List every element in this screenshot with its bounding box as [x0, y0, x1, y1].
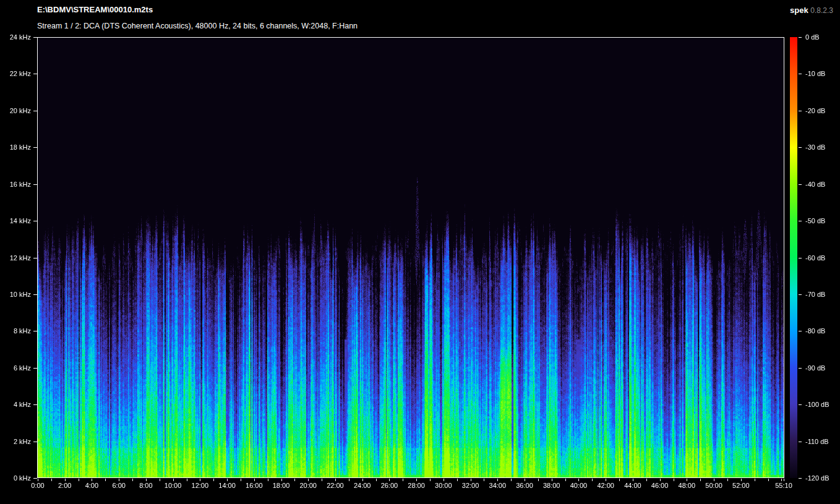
db-tick-label: -40 dB: [805, 181, 825, 189]
time-tick: [687, 479, 687, 481]
freq-tick-label: 8 kHz: [0, 327, 31, 335]
freq-tick-label: 14 kHz: [0, 217, 31, 225]
time-tick: [349, 479, 349, 481]
time-tick: [511, 479, 512, 481]
time-tick: [416, 479, 417, 481]
time-tick: [497, 479, 498, 481]
time-tick: [619, 479, 620, 481]
time-tick: [268, 479, 268, 481]
freq-tick: [33, 331, 37, 331]
time-tick: [132, 479, 133, 481]
freq-tick-label: 4 kHz: [0, 401, 31, 409]
time-tick: [160, 479, 160, 481]
time-tick: [105, 479, 106, 481]
time-tick: [92, 479, 92, 481]
db-tick-label: -20 dB: [805, 107, 825, 115]
time-tick: [119, 479, 119, 481]
freq-tick: [33, 442, 37, 442]
time-tick: [727, 479, 728, 481]
db-tick: [799, 442, 802, 442]
time-tick: [565, 479, 566, 481]
freq-tick: [33, 368, 37, 369]
time-tick: [335, 479, 336, 481]
time-tick: [660, 479, 661, 481]
freq-tick: [33, 478, 37, 479]
time-tick: [254, 479, 255, 481]
time-tick-label: 52:00: [724, 482, 758, 490]
db-tick: [799, 478, 802, 479]
db-tick-label: -80 dB: [805, 327, 825, 335]
db-tick-label: -30 dB: [805, 143, 825, 152]
freq-tick: [33, 37, 37, 38]
db-tick: [799, 111, 802, 111]
db-tick-label: -60 dB: [805, 254, 825, 262]
db-tick-label: -50 dB: [805, 217, 825, 225]
db-tick-label: -120 dB: [805, 474, 829, 482]
time-tick: [578, 479, 579, 481]
time-tick: [65, 479, 66, 481]
time-tick: [227, 479, 228, 481]
db-tick: [799, 74, 802, 74]
time-tick: [308, 479, 309, 481]
db-tick: [799, 221, 802, 221]
db-tick: [799, 368, 802, 369]
time-tick: [173, 479, 174, 481]
time-tick: [362, 479, 363, 481]
time-tick: [784, 479, 784, 481]
db-tick-label: 0 dB: [805, 33, 820, 41]
freq-tick: [33, 258, 37, 258]
time-tick: [781, 479, 782, 481]
time-tick: [592, 479, 593, 481]
freq-tick-label: 2 kHz: [0, 438, 31, 446]
time-tick: [484, 479, 484, 481]
db-tick: [799, 294, 802, 295]
db-tick: [799, 331, 802, 331]
db-colorbar: [790, 37, 797, 478]
time-tick: [51, 479, 52, 481]
freq-tick-label: 18 kHz: [0, 143, 31, 152]
time-tick: [552, 479, 552, 481]
file-path-title: E:\BDMV\STREAM\00010.m2ts: [37, 5, 153, 14]
freq-tick: [33, 74, 37, 74]
time-tick: [700, 479, 701, 481]
time-tick: [241, 479, 241, 481]
time-tick: [674, 479, 674, 481]
time-tick: [741, 479, 742, 481]
time-tick: [444, 479, 444, 481]
time-tick: [38, 479, 38, 481]
time-tick: [606, 479, 606, 481]
time-tick: [79, 479, 79, 481]
freq-tick-label: 10 kHz: [0, 291, 31, 299]
time-tick: [200, 479, 200, 481]
time-tick: [146, 479, 147, 481]
time-tick: [633, 479, 633, 481]
freq-tick: [33, 221, 37, 221]
db-tick-label: -70 dB: [805, 291, 825, 299]
time-tick-label: 55:10: [767, 482, 800, 490]
freq-tick-label: 24 kHz: [0, 33, 31, 41]
spek-window: E:\BDMV\STREAM\00010.m2ts Stream 1 / 2: …: [0, 0, 840, 504]
spectrogram-canvas: [38, 38, 784, 477]
time-tick: [538, 479, 539, 481]
time-tick: [768, 479, 769, 481]
stream-info: Stream 1 / 2: DCA (DTS Coherent Acoustic…: [37, 22, 358, 30]
time-tick: [646, 479, 647, 481]
time-tick: [376, 479, 377, 481]
time-tick: [187, 479, 187, 481]
time-tick: [213, 479, 214, 481]
time-tick: [403, 479, 403, 481]
db-tick-label: -90 dB: [805, 364, 825, 372]
freq-tick-label: 16 kHz: [0, 181, 31, 189]
db-tick: [799, 404, 802, 405]
freq-tick-label: 22 kHz: [0, 70, 31, 78]
time-tick: [294, 479, 295, 481]
db-tick-label: -10 dB: [805, 70, 825, 78]
freq-tick-label: 20 kHz: [0, 107, 31, 115]
time-tick: [714, 479, 714, 481]
time-tick: [389, 479, 390, 481]
freq-tick: [33, 111, 37, 111]
db-tick-label: -100 dB: [805, 401, 829, 409]
freq-tick: [33, 184, 37, 185]
time-tick: [457, 479, 458, 481]
freq-tick: [33, 404, 37, 405]
